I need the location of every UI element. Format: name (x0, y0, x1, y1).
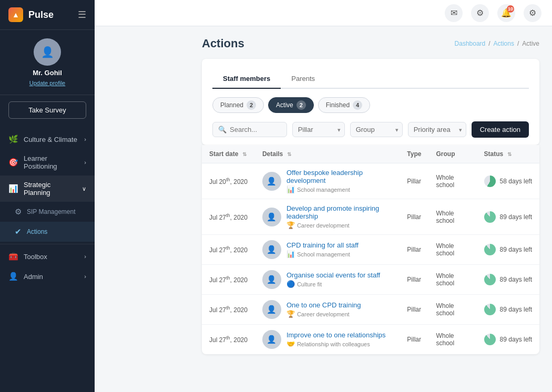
pillar-select[interactable]: Pillar (292, 122, 345, 137)
col-details[interactable]: Details ⇅ (255, 145, 400, 163)
details-cell: 👤 Develop and promote inspiring leadersh… (255, 199, 400, 235)
action-subtitle: 🏆 Career development (287, 310, 361, 318)
status-pie (484, 176, 496, 187)
sidebar-item-label: Admin (24, 273, 43, 281)
subtitle-text: Culture fit (297, 281, 322, 287)
gear-icon: ⚙ (476, 8, 484, 18)
active-count: 2 (297, 100, 306, 110)
subtitle-icon: 📊 (287, 185, 295, 193)
group-cell: Whole school (428, 295, 476, 325)
update-profile-link[interactable]: Update profile (29, 80, 66, 86)
actions-table-wrap: Start date ⇅ Details ⇅ Type Group Status (202, 145, 539, 354)
table-row: Jul 20th, 2020 👤 Offer bespoke leadershi… (202, 163, 539, 199)
main-content: Actions Dashboard / Actions / Active Sta… (189, 26, 552, 392)
take-survey-button[interactable]: Take Survey (8, 101, 86, 119)
status-pie (484, 211, 496, 223)
subtitle-icon: 📊 (287, 250, 295, 258)
topbar: ✉ ⚙ 🔔 10 ⚙ (95, 0, 552, 26)
action-title[interactable]: One to one CPD training (287, 301, 361, 309)
breadcrumb-actions[interactable]: Actions (494, 40, 514, 47)
actions-table: Start date ⇅ Details ⇅ Type Group Status (202, 145, 539, 354)
sidebar-item-toolbox[interactable]: 🧰 Toolbox › (0, 246, 95, 266)
sidebar-item-label: Toolbox (24, 253, 47, 261)
culture-icon: 🌿 (8, 135, 18, 144)
sort-icon: ⇅ (242, 151, 247, 157)
action-subtitle: 🔵 Culture fit (287, 280, 380, 288)
sidebar: ▲ Pulse ☰ 👤 Mr. Gohil Update profile Tak… (0, 0, 95, 392)
create-action-button[interactable]: Create action (472, 121, 529, 138)
sidebar-item-sip[interactable]: ⚙ SIP Management (0, 202, 95, 222)
search-input[interactable] (230, 126, 281, 133)
user-settings-button[interactable]: ⚙ (524, 4, 541, 22)
pill-active[interactable]: Active 2 (268, 97, 314, 113)
status-pills: Planned 2 Active 2 Finished 4 (212, 97, 529, 113)
action-subtitle: 📊 School management (287, 250, 359, 258)
notifications-button[interactable]: 🔔 10 (497, 4, 515, 22)
chevron-icon: › (84, 159, 86, 166)
date-cell: Jul 27th, 2020 (202, 235, 255, 265)
notification-badge: 10 (507, 5, 514, 13)
status-cell: 89 days left (477, 199, 539, 235)
avatar: 👤 (34, 38, 61, 66)
sidebar-item-culture[interactable]: 🌿 Culture & Climate › (0, 129, 95, 149)
status-pie (484, 304, 496, 315)
logo-icon: ▲ (8, 7, 23, 22)
sidebar-item-admin[interactable]: 👤 Admin › (0, 266, 95, 286)
group-select[interactable]: Group (350, 122, 403, 137)
breadcrumb: Dashboard / Actions / Active (455, 40, 539, 47)
user-settings-icon: ⚙ (529, 8, 536, 18)
tab-staff-members[interactable]: Staff members (212, 69, 281, 89)
hamburger-icon[interactable]: ☰ (78, 9, 86, 20)
action-title[interactable]: CPD training for all staff (287, 241, 359, 249)
details-cell: 👤 Offer bespoke leadership development 📊… (255, 163, 400, 199)
col-group: Group (428, 145, 476, 163)
tab-parents[interactable]: Parents (281, 69, 325, 89)
details-cell: 👤 CPD training for all staff 📊 School ma… (255, 235, 400, 265)
details-cell: 👤 One to one CPD training 🏆 Career devel… (255, 295, 400, 325)
sidebar-item-label: Actions (27, 228, 47, 235)
sidebar-item-actions[interactable]: ✔ Actions (0, 222, 95, 242)
type-cell: Pillar (400, 295, 428, 325)
filter-card: Staff members Parents Planned 2 Active 2… (202, 59, 539, 145)
action-title[interactable]: Develop and promote inspiring leadership (287, 204, 392, 220)
group-cell: Whole school (428, 265, 476, 295)
date-cell: Jul 27th, 2020 (202, 199, 255, 235)
row-avatar: 👤 (262, 270, 281, 289)
pill-finished[interactable]: Finished 4 (318, 97, 370, 113)
breadcrumb-dashboard[interactable]: Dashboard (455, 40, 486, 47)
table-body: Jul 20th, 2020 👤 Offer bespoke leadershi… (202, 163, 539, 355)
action-title[interactable]: Organise social events for staff (287, 271, 380, 279)
row-avatar: 👤 (262, 208, 281, 226)
status-cell: 89 days left (477, 295, 539, 325)
settings-button[interactable]: ⚙ (471, 4, 489, 22)
date-cell: Jul 27th, 2020 (202, 295, 255, 325)
nav-divider (0, 244, 95, 244)
status-label: 89 days left (500, 306, 532, 313)
search-box[interactable]: 🔍 (212, 122, 287, 137)
chevron-icon: › (84, 136, 86, 142)
col-status[interactable]: Status ⇅ (477, 145, 539, 163)
subtitle-icon: 🤝 (287, 340, 295, 348)
priority-select-wrap: Priority area (408, 122, 466, 137)
priority-select[interactable]: Priority area (408, 122, 466, 137)
sidebar-item-strategic[interactable]: 📊 Strategic Planning ∨ (0, 176, 95, 202)
group-cell: Whole school (428, 199, 476, 235)
logo-text: Pulse (28, 9, 54, 20)
sidebar-item-learner[interactable]: 🎯 Learner Positioning › (0, 149, 95, 176)
status-cell: 89 days left (477, 325, 539, 355)
details-cell: 👤 Organise social events for staff 🔵 Cul… (255, 265, 400, 295)
action-title[interactable]: Offer bespoke leadership development (287, 169, 392, 184)
status-label: 89 days left (500, 276, 532, 283)
subtitle-icon: 🏆 (287, 310, 295, 318)
action-title[interactable]: Improve one to one relationships (287, 331, 386, 339)
filters-row: 🔍 Pillar Group Priority area Create acti… (212, 121, 529, 145)
group-cell: Whole school (428, 235, 476, 265)
status-cell: 89 days left (477, 265, 539, 295)
col-start-date[interactable]: Start date ⇅ (202, 145, 255, 163)
action-subtitle: 🤝 Relationship with colleagues (287, 340, 386, 348)
pill-planned[interactable]: Planned 2 (212, 97, 264, 113)
type-cell: Pillar (400, 325, 428, 355)
status-pie (484, 334, 496, 345)
date-cell: Jul 27th, 2020 (202, 265, 255, 295)
email-button[interactable]: ✉ (445, 4, 463, 22)
